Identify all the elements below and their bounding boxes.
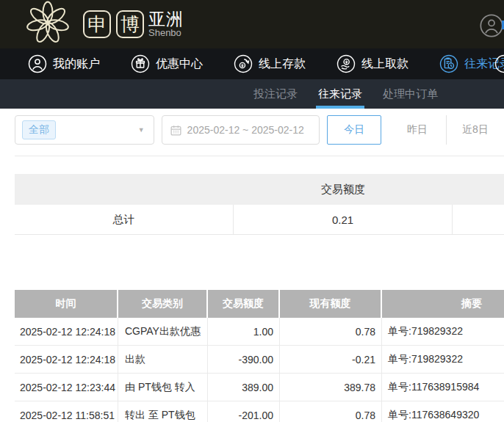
deposit-icon: [234, 54, 253, 73]
table-cell: 转出 至 PT钱包: [118, 401, 208, 422]
table-header-row: 时间 交易类别 交易额度 现有额度 摘要: [15, 290, 504, 318]
table-cell: 0.78: [280, 401, 382, 422]
table-cell: 由 PT钱包 转入: [118, 374, 208, 401]
table-cell: 2025-02-12 11:58:51: [15, 401, 118, 422]
summary-table: 交易额度 总计 0.21: [15, 174, 504, 235]
nav-label: 我的账户: [53, 57, 100, 72]
tab-betting-records[interactable]: 投注记录: [253, 79, 298, 109]
transactions-table: 时间 交易类别 交易额度 现有额度 摘要 2025-02-12 12:24:18…: [15, 290, 504, 422]
nav-item-online-deposit[interactable]: 线上存款: [234, 54, 306, 73]
record-tabs: 投注记录 往来记录 处理中订单: [0, 79, 504, 109]
col-header-summary: 摘要: [382, 290, 504, 318]
brand-subtitle: Shenbo: [148, 28, 184, 38]
date-range-value: 2025-02-12 ~ 2025-02-12: [187, 124, 304, 136]
nav-label: 线上存款: [259, 57, 306, 72]
nav-item-promotions[interactable]: 优惠中心: [131, 54, 203, 73]
col-header-amount: 交易额度: [208, 290, 280, 318]
quick-btn-yesterday[interactable]: 昨日: [389, 115, 446, 145]
category-chip: 全部: [22, 120, 56, 139]
table-row: 2025-02-12 12:24:18出款-390.00-0.21单号:7198…: [15, 346, 504, 374]
calendar-icon: [170, 124, 182, 137]
table-cell: 389.78: [280, 374, 382, 401]
table-cell: -201.00: [208, 401, 280, 422]
tab-transaction-records[interactable]: 往来记录: [318, 79, 362, 109]
table-cell: 1.00: [208, 318, 280, 345]
tab-pending-orders[interactable]: 处理中订单: [383, 79, 438, 109]
brand-wordmark: 亚洲 Shenbo: [148, 10, 184, 38]
records-icon: [439, 54, 458, 73]
table-cell: 单号:117638649320: [382, 401, 504, 422]
nav-label: 优惠中心: [156, 57, 203, 72]
col-header-time: 时间: [15, 290, 118, 318]
quick-button-group: 昨日 近8日: [389, 115, 504, 145]
table-cell: -390.00: [208, 346, 280, 373]
table-cell: 2025-02-12 12:24:18: [15, 346, 118, 373]
table-cell: 单号:719829322: [382, 346, 504, 373]
table-body: 2025-02-12 12:24:18CGPAY出款优惠1.000.78单号:7…: [15, 318, 504, 422]
summary-total-label: 总计: [15, 205, 234, 234]
brand-char-bo: 博: [116, 10, 144, 38]
col-header-type: 交易类别: [118, 290, 208, 318]
table-row: 2025-02-12 12:24:18CGPAY出款优惠1.000.78单号:7…: [15, 318, 504, 346]
table-cell: 单号:117638915984: [382, 374, 504, 401]
nav-label: 线上取款: [361, 57, 408, 72]
table-cell: -0.21: [280, 346, 382, 373]
table-cell: 出款: [118, 346, 208, 373]
table-cell: CGPAY出款优惠: [118, 318, 208, 345]
quick-btn-last8days[interactable]: 近8日: [447, 115, 504, 145]
table-cell: 2025-02-12 12:24:18: [15, 318, 118, 345]
date-range-input[interactable]: 2025-02-12 ~ 2025-02-12: [162, 115, 320, 145]
brand-region-label: 亚洲: [148, 10, 184, 28]
bell-icon-partial[interactable]: [494, 54, 504, 76]
summary-empty-cell: [453, 205, 504, 234]
table-cell: 0.78: [280, 318, 382, 345]
withdraw-icon: [336, 54, 356, 73]
section-divider: [15, 156, 504, 156]
table-row: 2025-02-12 11:58:51转出 至 PT钱包-201.000.78单…: [15, 401, 504, 422]
table-cell: 2025-02-12 12:23:44: [15, 374, 118, 401]
brand-char-shen: 申: [83, 10, 111, 38]
table-cell: 单号:719829322: [382, 318, 504, 345]
user-avatar-icon[interactable]: [480, 14, 503, 40]
col-header-balance: 现有额度: [280, 290, 382, 318]
summary-header-row: 交易额度: [15, 174, 504, 205]
flower-logo-icon: [21, 1, 75, 48]
summary-total-row: 总计 0.21: [15, 205, 504, 235]
summary-total-value: 0.21: [234, 205, 453, 234]
table-row: 2025-02-12 12:23:44由 PT钱包 转入389.00389.78…: [15, 374, 504, 401]
user-icon: [28, 54, 47, 73]
nav-item-online-withdraw[interactable]: 线上取款: [336, 54, 408, 73]
chevron-down-icon: ▼: [138, 126, 145, 134]
filter-bar: 全部 ▼ 2025-02-12 ~ 2025-02-12 今日 昨日 近8日: [15, 115, 504, 145]
category-select[interactable]: 全部 ▼: [15, 115, 154, 145]
top-header: 申 博 亚洲 Shenbo: [0, 0, 504, 48]
table-cell: 389.00: [208, 374, 280, 401]
summary-header-amount: 交易额度: [234, 183, 453, 197]
nav-item-my-account[interactable]: 我的账户: [28, 54, 100, 73]
main-nav: 我的账户 优惠中心 线上存款 线上取款: [0, 48, 504, 79]
quick-btn-today[interactable]: 今日: [327, 115, 381, 145]
gift-icon: [131, 54, 150, 73]
